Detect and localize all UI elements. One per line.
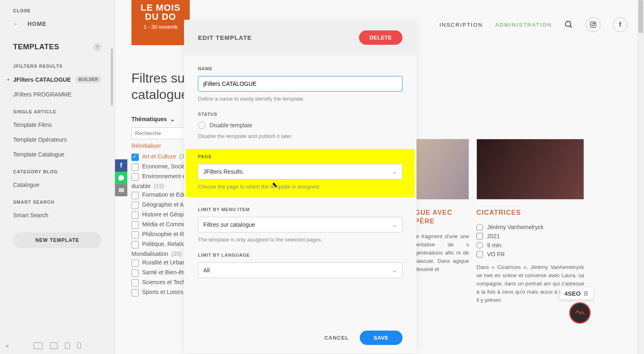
logo-line2: DU DO xyxy=(134,12,187,21)
filter-count: (20) xyxy=(172,251,182,257)
page-title: Filtres surcatalogue xyxy=(131,70,189,103)
nav-jfilters-catalogue[interactable]: JFilters CATALOGUE BUILDER xyxy=(0,72,115,87)
logo-line1: LE MOIS xyxy=(134,3,187,12)
share-whatsapp-icon[interactable] xyxy=(115,172,127,184)
svg-point-0 xyxy=(566,21,571,27)
filter-label: Economie, Société xyxy=(142,163,190,170)
phone-icon[interactable] xyxy=(77,343,81,349)
nav-template-operateurs[interactable]: Template Opérateurs xyxy=(0,132,115,147)
nav-jfilters-programme[interactable]: JFilters PROGRAMME xyxy=(0,87,115,102)
delete-button[interactable]: DELETE xyxy=(359,30,402,45)
new-template-button[interactable]: NEW TEMPLATE xyxy=(13,232,101,248)
page-label: PAGE xyxy=(198,154,402,159)
close-button[interactable]: CLOSE xyxy=(0,8,115,13)
nav-catalogue[interactable]: Catalogue xyxy=(0,177,115,192)
filter-label: Sciences et Techn xyxy=(142,279,189,285)
card-title: GUE AVEC PÈRE xyxy=(415,209,469,226)
tablet-icon[interactable] xyxy=(65,343,70,349)
name-input[interactable] xyxy=(198,76,402,92)
laptop-icon[interactable] xyxy=(50,343,58,349)
4seo-widget[interactable]: 4SEO xyxy=(560,287,593,299)
templates-heading: TEMPLATES xyxy=(13,43,59,51)
checkbox-icon xyxy=(131,221,139,229)
card-image xyxy=(415,139,469,200)
card-duration: 9 min. xyxy=(487,242,503,248)
desktop-icon[interactable] xyxy=(34,343,43,349)
nav-inscription[interactable]: INSCRIPTION xyxy=(439,22,483,28)
select-value: All xyxy=(203,267,210,274)
floating-action-button[interactable] xyxy=(569,302,591,324)
filter-label: Philosophie et Rel xyxy=(142,231,189,237)
checkbox-icon xyxy=(131,231,139,239)
card-author: Jérémy Vanhemelryck xyxy=(487,224,543,230)
page-scrollbar-thumb[interactable] xyxy=(638,0,643,33)
help-icon[interactable]: ? xyxy=(93,43,101,51)
film-card[interactable]: GUE AVEC PÈRE le fragment d'une une tent… xyxy=(415,139,469,274)
checkbox-icon xyxy=(131,260,139,267)
filter-label: Ruralité et Urbani xyxy=(142,259,187,266)
speech-icon xyxy=(476,251,483,257)
filter-label: Politique, Relation xyxy=(142,241,189,247)
card-title: CICATRICES xyxy=(476,209,584,217)
top-nav: INSCRIPTION ADMINISTRATION f xyxy=(439,17,628,32)
logo-line3: 1 - 30 novemb xyxy=(134,24,187,30)
nav-administration[interactable]: ADMINISTRATION xyxy=(495,22,552,28)
checkbox-icon xyxy=(131,202,139,209)
checkbox-icon xyxy=(131,241,139,248)
select-value: Filtres sur catalogue xyxy=(203,221,255,228)
menu-label: LIMIT BY MENU ITEM xyxy=(198,207,402,212)
share-facebook-icon[interactable]: f xyxy=(115,159,127,172)
language-select[interactable]: All ⌄ xyxy=(198,262,402,278)
search-icon[interactable] xyxy=(564,20,573,29)
facebook-icon[interactable]: f xyxy=(613,17,628,32)
instagram-icon[interactable] xyxy=(586,17,600,32)
chevron-down-icon: ⌄ xyxy=(392,221,397,228)
nav-smart-search[interactable]: Smart Search xyxy=(0,208,115,223)
builder-badge: BUILDER xyxy=(75,76,101,83)
status-label: STATUS xyxy=(198,112,402,117)
page-select[interactable]: JFilters Results ⌄ xyxy=(198,164,402,179)
filter-label: Formation et Educ xyxy=(142,191,189,198)
cancel-button[interactable]: CANCEL xyxy=(324,335,349,341)
sidebar: CLOSE ← HOME TEMPLATES ? JFILTERS RESULT… xyxy=(0,0,115,354)
share-email-icon[interactable]: ✉ xyxy=(115,184,127,196)
nav-template-catalogue[interactable]: Template Catalogue xyxy=(0,147,115,162)
menu-select[interactable]: Filtres sur catalogue ⌄ xyxy=(198,217,402,232)
filter-label: Mondialisation xyxy=(131,251,168,257)
filter-count: (15) xyxy=(154,183,164,189)
nav-template-films[interactable]: Template Films xyxy=(0,117,115,132)
filter-label: Histoire et Géopo xyxy=(142,211,187,218)
card-image xyxy=(476,139,584,200)
film-card[interactable]: CICATRICES Jérémy Vanhemelryck 2021 9 mi… xyxy=(476,139,584,305)
section-single-article: SINGLE ARTICLE xyxy=(0,102,115,117)
home-button[interactable]: ← HOME xyxy=(0,13,115,34)
drag-handle-icon[interactable] xyxy=(584,291,589,296)
site-logo[interactable]: LE MOIS DU DO 1 - 30 novemb xyxy=(131,0,190,45)
disable-template-radio[interactable]: Disable template xyxy=(198,122,402,129)
device-preview-toggles xyxy=(0,343,115,349)
save-button[interactable]: SAVE xyxy=(360,331,402,345)
filter-label: Sports et Loisirs ( xyxy=(142,289,187,295)
person-icon xyxy=(476,224,483,230)
filter-label: Média et Commun xyxy=(142,221,189,228)
card-year: 2021 xyxy=(487,233,500,239)
section-category-blog: CATEGORY BLOG xyxy=(0,162,115,177)
checkbox-icon xyxy=(131,173,139,181)
page-scrollbar-track xyxy=(637,0,644,354)
social-share-column: f ✉ xyxy=(115,159,127,196)
checkbox-icon xyxy=(131,163,139,171)
widget-label: 4SEO xyxy=(564,290,581,297)
menu-hint: The template is only assigned to the sel… xyxy=(198,237,402,243)
sidebar-scrollbar[interactable] xyxy=(111,48,113,106)
filter-label: durable xyxy=(131,183,151,189)
checkbox-icon xyxy=(131,154,139,161)
svg-point-3 xyxy=(592,23,594,26)
status-hint: Disable the template and publish it late… xyxy=(198,133,402,139)
checkbox-icon xyxy=(131,211,139,219)
section-jfilters-results: JFILTERS RESULTS xyxy=(0,56,115,72)
card-language: VO FR xyxy=(487,251,505,257)
calendar-icon xyxy=(476,233,483,239)
chevron-down-icon: ⌄ xyxy=(392,267,397,274)
section-smart-search: SMART SEARCH xyxy=(0,192,115,208)
arrow-left-icon: ← xyxy=(13,21,19,27)
